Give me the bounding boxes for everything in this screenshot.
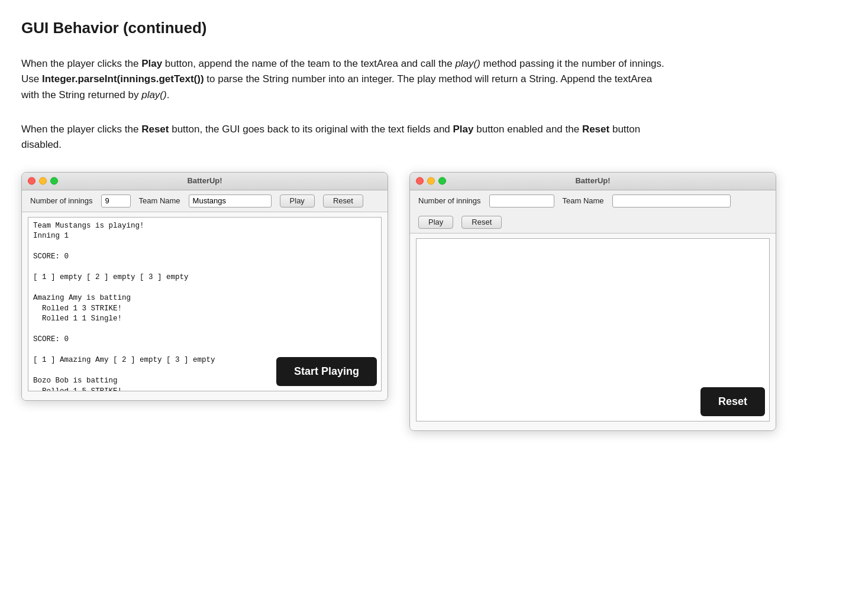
- window2-teamname-input[interactable]: [612, 194, 731, 208]
- window1-reset-button[interactable]: Reset: [323, 194, 363, 208]
- window1-toolbar: Number of innings Team Name Play Reset: [22, 190, 388, 212]
- window1-textarea-container: Start Playing: [22, 212, 388, 401]
- window-2: BatterUp! Number of innings Team Name Pl…: [409, 172, 776, 432]
- window2-traffic-lights: [416, 177, 446, 185]
- window2-close-btn[interactable]: [416, 177, 424, 185]
- window1-start-playing-button[interactable]: Start Playing: [276, 357, 377, 386]
- desc1-text5: .: [167, 89, 170, 100]
- window2-reset-button[interactable]: Reset: [461, 216, 502, 229]
- window-1: BatterUp! Number of innings Team Name Pl…: [21, 172, 388, 401]
- desc2-reset2-bold: Reset: [582, 124, 609, 135]
- titlebar-2: BatterUp!: [410, 173, 776, 190]
- window2-innings-label: Number of innings: [418, 195, 481, 207]
- desc1-play-bold: Play: [141, 58, 162, 69]
- window2-textarea-container: Reset: [410, 234, 776, 431]
- window2-reset-button-overlay[interactable]: Reset: [700, 387, 765, 416]
- windows-row: BatterUp! Number of innings Team Name Pl…: [21, 172, 841, 432]
- window1-innings-label: Number of innings: [30, 195, 93, 207]
- window1-traffic-lights: [28, 177, 58, 185]
- desc2-text2: button, the GUI goes back to its origina…: [169, 124, 453, 135]
- window2-maximize-btn[interactable]: [438, 177, 446, 185]
- window2-minimize-btn[interactable]: [427, 177, 435, 185]
- window2-title: BatterUp!: [575, 175, 610, 187]
- window1-title: BatterUp!: [187, 175, 222, 187]
- desc1-play2-italic: play(): [141, 89, 167, 100]
- window1-teamname-input[interactable]: [189, 194, 272, 208]
- desc2-text1: When the player clicks the: [21, 124, 141, 135]
- window1-close-btn[interactable]: [28, 177, 35, 185]
- page-title: GUI Behavior (continued): [21, 17, 841, 40]
- window1-minimize-btn[interactable]: [39, 177, 47, 185]
- desc2-text3: button enabled and the: [474, 124, 582, 135]
- desc1-play-italic: play(): [455, 58, 480, 69]
- desc1-text1: When the player clicks the: [21, 58, 141, 69]
- window2-toolbar: Number of innings Team Name Play Reset: [410, 190, 776, 234]
- window1-teamname-label: Team Name: [139, 195, 180, 207]
- desc1-text2: button, append the name of the team to t…: [162, 58, 455, 69]
- window2-play-button[interactable]: Play: [418, 216, 453, 229]
- window2-innings-input[interactable]: [489, 194, 554, 208]
- titlebar-1: BatterUp!: [22, 173, 388, 190]
- window1-innings-input[interactable]: [101, 194, 131, 208]
- desc2-play-bold: Play: [453, 124, 474, 135]
- description-paragraph-1: When the player clicks the Play button, …: [21, 56, 672, 103]
- desc1-parseint-bold: Integer.parseInt(innings.getText()): [42, 73, 204, 85]
- desc2-reset-bold: Reset: [141, 124, 169, 135]
- window1-play-button[interactable]: Play: [280, 194, 315, 208]
- window1-maximize-btn[interactable]: [50, 177, 58, 185]
- description-paragraph-2: When the player clicks the Reset button,…: [21, 122, 672, 153]
- window2-teamname-label: Team Name: [563, 195, 604, 207]
